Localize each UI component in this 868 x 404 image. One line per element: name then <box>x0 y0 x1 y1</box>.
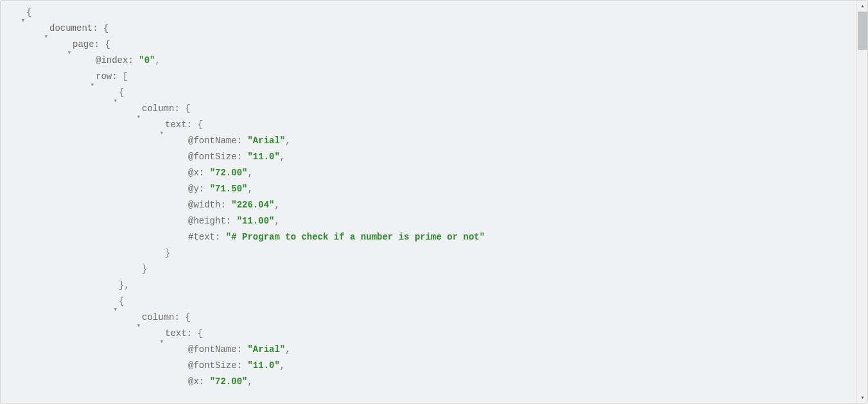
toggle-icon[interactable]: ▾ <box>90 79 94 92</box>
tree-line: @fontSize: "11.0", <box>3 149 867 165</box>
scrollbar-vertical[interactable]: ▴ ▾ <box>856 1 867 403</box>
tree-line: #text: "# Program to check if a number i… <box>3 229 867 245</box>
toggle-icon[interactable]: ▾ <box>113 304 117 317</box>
tree-line: @height: "11.00", <box>3 213 867 229</box>
tree-line: ▾column: { <box>3 310 867 326</box>
json-value[interactable]: "72.00" <box>210 376 248 387</box>
json-value[interactable]: "72.00" <box>210 168 248 178</box>
json-value[interactable]: "11.0" <box>247 360 279 371</box>
toggle-icon[interactable]: ▾ <box>136 320 141 333</box>
tree-line: } <box>3 261 867 277</box>
json-key[interactable]: @index <box>96 55 128 66</box>
json-key[interactable]: @fontSize <box>188 152 237 162</box>
tree-line: @width: "226.04", <box>3 197 867 213</box>
json-key[interactable]: @y <box>188 184 199 194</box>
json-key[interactable]: @fontName <box>188 344 237 355</box>
json-value[interactable]: "# Program to check if a number is prime… <box>226 232 485 242</box>
json-value[interactable]: "Arial" <box>247 136 285 146</box>
json-value[interactable]: "226.04" <box>231 200 274 210</box>
tree-line: ▾{ <box>3 294 867 310</box>
toggle-icon[interactable]: ▾ <box>159 336 164 349</box>
tree-line: } <box>3 245 867 261</box>
tree-line: ▾{ <box>3 85 867 101</box>
brace-close: } <box>165 248 170 258</box>
brace-close: } <box>142 264 147 274</box>
json-key[interactable]: row <box>96 71 112 82</box>
tree-line: ▾page: { <box>3 37 867 53</box>
json-key[interactable]: @x <box>188 376 199 387</box>
tree-line: ▾text: { <box>3 326 867 342</box>
json-key[interactable]: @x <box>188 168 199 178</box>
tree-line: @fontName: "Arial", <box>3 133 867 149</box>
toggle-icon[interactable]: ▾ <box>21 15 25 28</box>
json-key[interactable]: text <box>165 328 187 338</box>
brace-open: { <box>26 7 31 17</box>
tree-line: ▾text: { <box>3 117 867 133</box>
tree-line: ▾row: [ <box>3 69 867 85</box>
json-key[interactable]: @fontName <box>188 136 237 146</box>
json-key[interactable]: @height <box>188 216 226 226</box>
json-value[interactable]: "Arial" <box>247 344 285 355</box>
tree-line: @x: "72.00", <box>3 165 867 181</box>
tree-line: @fontName: "Arial", <box>3 342 867 358</box>
json-value[interactable]: "71.50" <box>210 184 248 194</box>
json-key[interactable]: @width <box>188 200 220 210</box>
json-value[interactable]: "0" <box>139 55 155 66</box>
brace-close: }, <box>119 280 130 290</box>
scroll-down-icon[interactable]: ▾ <box>857 392 868 403</box>
json-value[interactable]: "11.00" <box>237 216 275 226</box>
tree-line: ▾{ <box>3 4 867 21</box>
json-value[interactable]: "11.0" <box>247 152 279 162</box>
json-tree-viewer: ▾{ ▾document: { ▾page: { @index: "0", ▾r… <box>0 0 868 404</box>
json-key[interactable]: #text <box>188 232 215 242</box>
tree-content: ▾{ ▾document: { ▾page: { @index: "0", ▾r… <box>1 1 867 394</box>
toggle-icon[interactable]: ▾ <box>113 95 117 108</box>
json-key[interactable]: document <box>49 23 92 33</box>
tree-line: ▾document: { <box>3 21 867 37</box>
scroll-up-icon[interactable]: ▴ <box>857 1 868 12</box>
json-key[interactable]: text <box>165 119 187 130</box>
toggle-icon[interactable]: ▾ <box>44 31 48 44</box>
toggle-icon[interactable]: ▾ <box>136 111 141 124</box>
toggle-icon[interactable]: ▾ <box>159 127 164 140</box>
tree-line: @fontSize: "11.0", <box>3 358 867 374</box>
json-key[interactable]: page <box>73 39 94 49</box>
tree-line: @index: "0", <box>3 53 867 69</box>
json-key[interactable]: @fontSize <box>188 360 237 371</box>
json-key[interactable]: column <box>142 312 174 322</box>
json-key[interactable]: column <box>142 103 174 114</box>
tree-line: @x: "72.00", <box>3 374 867 390</box>
scroll-thumb[interactable] <box>858 12 867 50</box>
tree-line: @y: "71.50", <box>3 181 867 197</box>
tree-line: ▾column: { <box>3 101 867 117</box>
tree-line: }, <box>3 277 867 294</box>
toggle-icon[interactable]: ▾ <box>67 47 71 60</box>
